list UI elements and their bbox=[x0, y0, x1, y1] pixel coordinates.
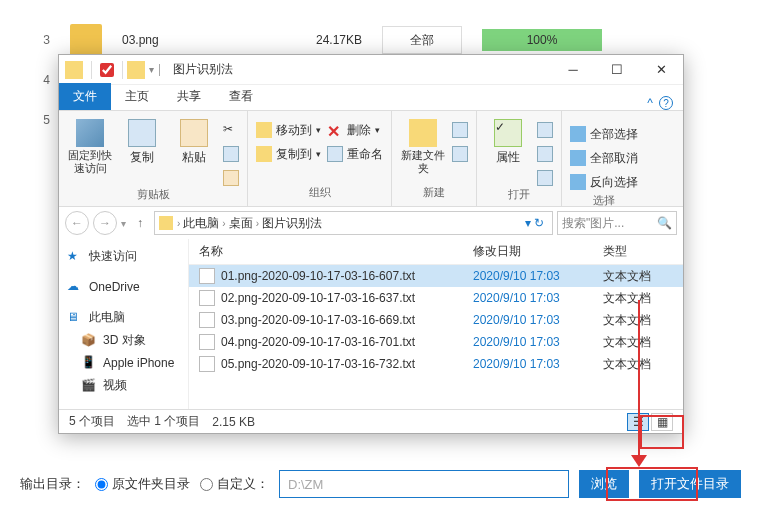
ribbon: 固定到快速访问 复制 粘贴 ✂ 剪贴板 移动到▾ 复制到▾ ✕删除▾ 重命 bbox=[59, 111, 683, 207]
copy-path-icon bbox=[223, 146, 239, 162]
close-button[interactable]: ✕ bbox=[639, 55, 683, 85]
path-input[interactable]: D:\ZM bbox=[279, 470, 569, 498]
new-folder-icon bbox=[409, 119, 437, 147]
col-type[interactable]: 类型 bbox=[603, 243, 683, 260]
copyto-button[interactable]: 复制到▾ bbox=[256, 143, 321, 165]
paste-shortcut-button[interactable] bbox=[223, 167, 239, 189]
file-name: 03.png bbox=[122, 33, 222, 47]
up-button[interactable]: ↑ bbox=[130, 213, 150, 233]
nav-tree: ★快速访问 ☁OneDrive 🖥此电脑 📦3D 对象 📱Apple iPhon… bbox=[59, 239, 189, 409]
file-list: 01.png-2020-09-10-17-03-16-607.txt2020/9… bbox=[189, 265, 683, 409]
select-none-button[interactable]: 全部取消 bbox=[570, 147, 638, 169]
delete-button[interactable]: ✕删除▾ bbox=[327, 119, 383, 141]
row-number: 5 bbox=[30, 113, 50, 127]
browse-button[interactable]: 浏览 bbox=[579, 470, 629, 498]
window-title: 图片识别法 bbox=[173, 61, 233, 78]
file-row[interactable]: 02.png-2020-09-10-17-03-16-637.txt2020/9… bbox=[189, 287, 683, 309]
paste-button[interactable]: 粘贴 bbox=[171, 115, 217, 166]
open-icon bbox=[537, 122, 553, 138]
copy-button[interactable]: 复制 bbox=[119, 115, 165, 166]
icons-view-button[interactable]: ▦ bbox=[651, 413, 673, 431]
file-icon bbox=[70, 24, 102, 56]
file-icon bbox=[199, 290, 215, 306]
qat-checkbox[interactable] bbox=[100, 63, 114, 77]
back-button[interactable]: ← bbox=[65, 211, 89, 235]
forward-button[interactable]: → bbox=[93, 211, 117, 235]
folder-icon bbox=[159, 216, 173, 230]
pc-icon: 🖥 bbox=[67, 310, 83, 326]
open-folder-button[interactable]: 打开文件目录 bbox=[639, 470, 741, 498]
breadcrumb-pc[interactable]: 此电脑 bbox=[180, 215, 222, 232]
radio-original[interactable]: 原文件夹目录 bbox=[95, 475, 190, 493]
system-buttons: ─ ☐ ✕ bbox=[551, 55, 683, 85]
copy-icon bbox=[128, 119, 156, 147]
moveto-button[interactable]: 移动到▾ bbox=[256, 119, 321, 141]
file-explorer-dialog: ▾ │ 图片识别法 ─ ☐ ✕ 文件 主页 共享 查看 ^? 固定到快速访问 复… bbox=[58, 54, 684, 434]
ribbon-help[interactable]: ^? bbox=[637, 96, 683, 110]
cloud-icon: ☁ bbox=[67, 279, 83, 295]
tree-this-pc[interactable]: 🖥此电脑 bbox=[59, 306, 188, 329]
rename-button[interactable]: 重命名 bbox=[327, 143, 383, 165]
folder-icon bbox=[256, 146, 272, 162]
file-row[interactable]: 03.png-2020-09-10-17-03-16-669.txt2020/9… bbox=[189, 309, 683, 331]
titlebar: ▾ │ 图片识别法 ─ ☐ ✕ bbox=[59, 55, 683, 85]
col-name[interactable]: 名称 bbox=[199, 243, 473, 260]
tree-onedrive[interactable]: ☁OneDrive bbox=[59, 276, 188, 298]
copy-path-button[interactable] bbox=[223, 143, 239, 165]
search-input[interactable]: 搜索"图片...🔍 bbox=[557, 211, 677, 235]
col-date[interactable]: 修改日期 bbox=[473, 243, 603, 260]
tab-share[interactable]: 共享 bbox=[163, 83, 215, 110]
folder-icon[interactable] bbox=[127, 61, 145, 79]
file-row[interactable]: 04.png-2020-09-10-17-03-16-701.txt2020/9… bbox=[189, 331, 683, 353]
tab-view[interactable]: 查看 bbox=[215, 83, 267, 110]
output-bar: 输出目录： 原文件夹目录 自定义： D:\ZM 浏览 打开文件目录 bbox=[20, 470, 741, 498]
ribbon-group-clipboard: 固定到快速访问 复制 粘贴 ✂ 剪贴板 bbox=[59, 111, 248, 206]
progress-bar: 100% bbox=[482, 29, 602, 51]
tree-video[interactable]: 🎬视频 bbox=[59, 374, 188, 397]
file-date: 2020/9/10 17:03 bbox=[473, 269, 603, 283]
refresh-button[interactable]: ▾ ↻ bbox=[521, 216, 548, 230]
maximize-button[interactable]: ☐ bbox=[595, 55, 639, 85]
file-row[interactable]: 01.png-2020-09-10-17-03-16-607.txt2020/9… bbox=[189, 265, 683, 287]
open-button[interactable] bbox=[537, 119, 553, 141]
properties-button[interactable]: ✓属性 bbox=[485, 115, 531, 166]
address-bar: ← → ▾ ↑ › 此电脑 › 桌面 › 图片识别法 ▾ ↻ 搜索"图片...🔍 bbox=[59, 207, 683, 239]
easy-access-button[interactable] bbox=[452, 143, 468, 165]
tree-iphone[interactable]: 📱Apple iPhone bbox=[59, 352, 188, 374]
minimize-button[interactable]: ─ bbox=[551, 55, 595, 85]
edit-button[interactable] bbox=[537, 143, 553, 165]
file-icon bbox=[199, 312, 215, 328]
explorer-body: ★快速访问 ☁OneDrive 🖥此电脑 📦3D 对象 📱Apple iPhon… bbox=[59, 239, 683, 409]
file-row[interactable]: 05.png-2020-09-10-17-03-16-732.txt2020/9… bbox=[189, 353, 683, 375]
cut-button[interactable]: ✂ bbox=[223, 119, 239, 141]
pin-button[interactable]: 固定到快速访问 bbox=[67, 115, 113, 175]
history-button[interactable] bbox=[537, 167, 553, 189]
file-size: 24.17KB bbox=[242, 33, 362, 47]
annotation-arrowhead bbox=[631, 455, 647, 467]
invert-selection-button[interactable]: 反向选择 bbox=[570, 171, 638, 193]
file-icon bbox=[199, 334, 215, 350]
breadcrumb-folder[interactable]: 图片识别法 bbox=[259, 215, 325, 232]
ribbon-group-organize: 移动到▾ 复制到▾ ✕删除▾ 重命名 组织 bbox=[248, 111, 392, 206]
all-button[interactable]: 全部 bbox=[382, 26, 462, 54]
file-name: 01.png-2020-09-10-17-03-16-607.txt bbox=[221, 269, 473, 283]
file-type: 文本文档 bbox=[603, 356, 683, 373]
file-type: 文本文档 bbox=[603, 334, 683, 351]
tab-home[interactable]: 主页 bbox=[111, 83, 163, 110]
tree-quick-access[interactable]: ★快速访问 bbox=[59, 245, 188, 268]
new-item-button[interactable] bbox=[452, 119, 468, 141]
select-all-button[interactable]: 全部选择 bbox=[570, 123, 638, 145]
tab-file[interactable]: 文件 bbox=[59, 83, 111, 110]
new-item-icon bbox=[452, 122, 468, 138]
folder-icon bbox=[65, 61, 83, 79]
file-type: 文本文档 bbox=[603, 312, 683, 329]
file-name: 05.png-2020-09-10-17-03-16-732.txt bbox=[221, 357, 473, 371]
tree-3d-objects[interactable]: 📦3D 对象 bbox=[59, 329, 188, 352]
radio-custom[interactable]: 自定义： bbox=[200, 475, 269, 493]
output-label: 输出目录： bbox=[20, 475, 85, 493]
new-folder-button[interactable]: 新建文件夹 bbox=[400, 115, 446, 175]
breadcrumb-desktop[interactable]: 桌面 bbox=[226, 215, 256, 232]
phone-icon: 📱 bbox=[81, 355, 97, 371]
breadcrumb[interactable]: › 此电脑 › 桌面 › 图片识别法 ▾ ↻ bbox=[154, 211, 553, 235]
properties-icon: ✓ bbox=[494, 119, 522, 147]
